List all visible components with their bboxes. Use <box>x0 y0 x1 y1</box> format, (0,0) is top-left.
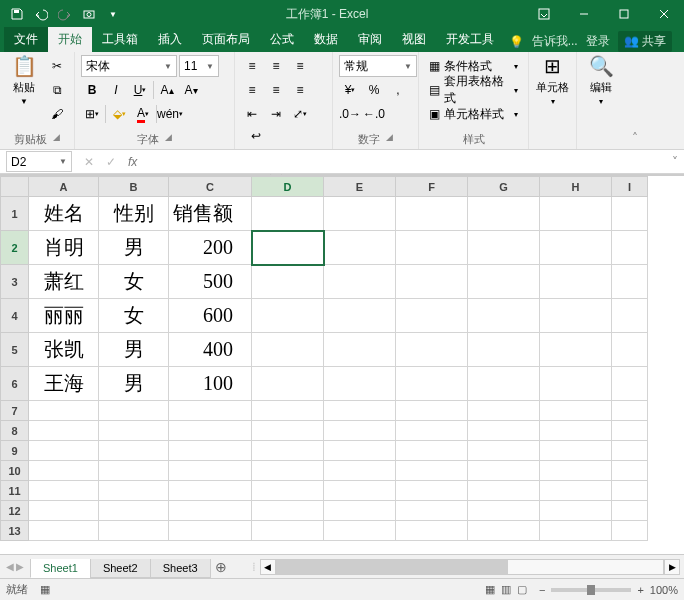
col-header[interactable]: H <box>540 177 612 197</box>
border-button[interactable]: ⊞▾ <box>81 103 103 125</box>
number-format-combo[interactable]: 常规▼ <box>339 55 417 77</box>
undo-icon[interactable] <box>30 3 52 25</box>
tell-me-text[interactable]: 告诉我... <box>532 33 578 50</box>
wrap-text-icon[interactable]: ↩ <box>245 125 267 147</box>
cell[interactable]: 女 <box>99 299 169 333</box>
cell[interactable] <box>169 441 252 461</box>
cell[interactable] <box>29 441 99 461</box>
row-header[interactable]: 11 <box>1 481 29 501</box>
cell[interactable] <box>99 401 169 421</box>
formula-input[interactable] <box>143 151 666 172</box>
close-icon[interactable] <box>644 0 684 28</box>
increase-decimal-icon[interactable]: .0→ <box>339 103 361 125</box>
align-bottom-icon[interactable]: ≡ <box>289 55 311 77</box>
cell[interactable] <box>396 501 468 521</box>
underline-button[interactable]: U▾ <box>129 79 151 101</box>
decrease-indent-icon[interactable]: ⇤ <box>241 103 263 125</box>
cell[interactable] <box>468 501 540 521</box>
cell[interactable] <box>252 521 324 541</box>
cell[interactable] <box>252 367 324 401</box>
cell[interactable] <box>169 461 252 481</box>
cell[interactable] <box>324 401 396 421</box>
cell[interactable] <box>324 333 396 367</box>
cell[interactable] <box>468 421 540 441</box>
tab-formulas[interactable]: 公式 <box>260 27 304 52</box>
zoom-out-icon[interactable]: − <box>539 584 545 596</box>
tab-insert[interactable]: 插入 <box>148 27 192 52</box>
cell[interactable] <box>29 401 99 421</box>
dialog-launcher-icon[interactable]: ◢ <box>53 132 60 147</box>
cell[interactable] <box>612 231 648 265</box>
cell[interactable] <box>612 421 648 441</box>
cell[interactable] <box>468 197 540 231</box>
italic-button[interactable]: I <box>105 79 127 101</box>
cell[interactable] <box>99 521 169 541</box>
cell[interactable] <box>540 197 612 231</box>
row-header[interactable]: 13 <box>1 521 29 541</box>
sheet-tab[interactable]: Sheet1 <box>30 559 91 578</box>
spreadsheet-grid[interactable]: ABCDEFGHI1姓名性别销售额2肖明男2003萧红女5004丽丽女6005张… <box>0 175 684 554</box>
cell[interactable] <box>468 461 540 481</box>
horizontal-scrollbar[interactable]: ◀ ▶ <box>256 559 684 575</box>
cell[interactable] <box>252 197 324 231</box>
cell[interactable] <box>396 299 468 333</box>
cell[interactable] <box>540 401 612 421</box>
row-header[interactable]: 6 <box>1 367 29 401</box>
cell[interactable] <box>252 461 324 481</box>
sheet-nav-next-icon[interactable]: ▶ <box>16 561 24 572</box>
align-left-icon[interactable]: ≡ <box>241 79 263 101</box>
cell[interactable]: 100 <box>169 367 252 401</box>
row-header[interactable]: 9 <box>1 441 29 461</box>
cell[interactable] <box>540 333 612 367</box>
cell[interactable] <box>99 441 169 461</box>
row-header[interactable]: 2 <box>1 231 29 265</box>
cell[interactable] <box>99 421 169 441</box>
scroll-right-icon[interactable]: ▶ <box>664 559 680 575</box>
row-header[interactable]: 5 <box>1 333 29 367</box>
zoom-level[interactable]: 100% <box>650 584 678 596</box>
col-header[interactable]: I <box>612 177 648 197</box>
font-family-combo[interactable]: 宋体▼ <box>81 55 177 77</box>
cell[interactable] <box>252 299 324 333</box>
col-header[interactable]: E <box>324 177 396 197</box>
cell[interactable] <box>612 441 648 461</box>
cell[interactable] <box>169 421 252 441</box>
cell[interactable] <box>612 461 648 481</box>
tab-file[interactable]: 文件 <box>4 27 48 52</box>
cell[interactable] <box>252 441 324 461</box>
tab-review[interactable]: 审阅 <box>348 27 392 52</box>
cell[interactable] <box>540 265 612 299</box>
dialog-launcher-icon[interactable]: ◢ <box>165 132 172 147</box>
font-color-button[interactable]: A▾ <box>132 103 154 125</box>
cell[interactable] <box>252 265 324 299</box>
row-header[interactable]: 4 <box>1 299 29 333</box>
cell[interactable] <box>396 461 468 481</box>
tab-developer[interactable]: 开发工具 <box>436 27 504 52</box>
cell[interactable] <box>99 481 169 501</box>
align-center-icon[interactable]: ≡ <box>265 79 287 101</box>
cell[interactable] <box>468 401 540 421</box>
cell[interactable] <box>468 333 540 367</box>
camera-icon[interactable] <box>78 3 100 25</box>
increase-indent-icon[interactable]: ⇥ <box>265 103 287 125</box>
cell[interactable]: 200 <box>169 231 252 265</box>
cell[interactable] <box>252 501 324 521</box>
maximize-icon[interactable] <box>604 0 644 28</box>
cell[interactable] <box>252 401 324 421</box>
add-sheet-button[interactable]: ⊕ <box>210 559 232 575</box>
redo-icon[interactable] <box>54 3 76 25</box>
col-header[interactable]: A <box>29 177 99 197</box>
cell[interactable] <box>252 421 324 441</box>
cell[interactable] <box>324 265 396 299</box>
cell[interactable] <box>324 521 396 541</box>
format-as-table-button[interactable]: ▤套用表格格式▾ <box>425 79 522 101</box>
cell[interactable] <box>540 461 612 481</box>
cell[interactable] <box>540 299 612 333</box>
macro-record-icon[interactable]: ▦ <box>40 583 50 596</box>
format-painter-icon[interactable]: 🖌 <box>46 103 68 125</box>
cell[interactable] <box>169 501 252 521</box>
qat-customize-icon[interactable]: ▼ <box>102 3 124 25</box>
cell[interactable] <box>540 441 612 461</box>
cell[interactable] <box>468 265 540 299</box>
cell[interactable] <box>324 441 396 461</box>
